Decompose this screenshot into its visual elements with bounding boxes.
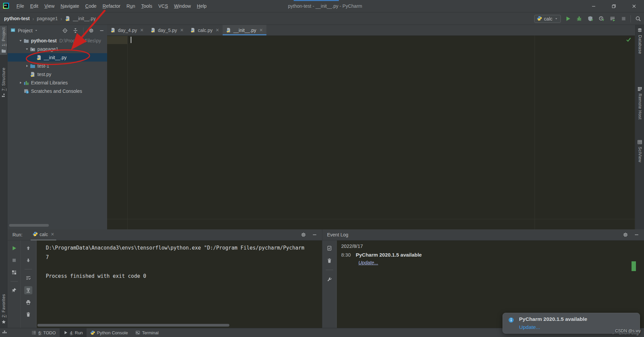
run-panel-label: Run: (12, 232, 23, 237)
collapse-all-button[interactable] (73, 28, 78, 33)
tab-close-icon[interactable]: ✕ (216, 28, 219, 33)
stripe-database[interactable]: Database (636, 26, 644, 56)
tab-close-icon[interactable]: ✕ (180, 28, 184, 33)
chevron-down-icon[interactable] (34, 28, 38, 33)
running-list-icon (610, 16, 615, 22)
pycharm-window: PC FileEditViewNavigateCodeRefactorRunTo… (0, 0, 644, 337)
tree-item-python-test[interactable]: python-testD:\Program Files\py (8, 36, 107, 45)
close-button[interactable] (624, 0, 644, 12)
console-horizontal-scrollbar[interactable] (37, 324, 229, 327)
settings-icon (89, 28, 94, 33)
notification-update-link[interactable]: Update... (519, 324, 540, 330)
settings-button[interactable] (301, 232, 306, 237)
chevron-collapsed-icon[interactable] (24, 64, 30, 68)
stop-icon (621, 16, 626, 22)
maximize-button[interactable] (604, 0, 624, 12)
event-log-scroll-marker (632, 261, 636, 271)
menu-refactor[interactable]: Refactor (100, 2, 124, 10)
print-button[interactable] (24, 298, 32, 306)
tree-item-External-Libraries[interactable]: External Libraries (8, 78, 107, 87)
stripe-7-structure[interactable]: 7: Structure (0, 66, 7, 99)
project-horizontal-scrollbar[interactable] (9, 224, 49, 227)
clear-log-button[interactable] (325, 257, 333, 265)
menu-run[interactable]: Run (124, 2, 138, 10)
editor-content[interactable] (107, 36, 635, 229)
menu-edit[interactable]: Edit (27, 2, 41, 10)
soft-wrap-button[interactable] (24, 274, 32, 282)
run-with-coverage-button[interactable] (586, 14, 594, 23)
toolbar-separator (25, 269, 32, 269)
event-log-time: 8:30 (341, 252, 351, 258)
close-icon[interactable]: ✕ (51, 232, 54, 237)
hide-panel-button[interactable] (312, 232, 317, 237)
statusbar-6-todo[interactable]: 6: TODO (28, 328, 60, 337)
editor-tab-day_5.py[interactable]: day_5.py✕ (147, 25, 187, 35)
hide-panel-button[interactable] (99, 28, 104, 33)
profiler-button[interactable] (597, 14, 605, 23)
mark-all-read-button[interactable] (325, 244, 333, 252)
run-config-select[interactable]: calc (534, 15, 561, 23)
locate-button[interactable] (62, 28, 68, 33)
tree-item-pageage1[interactable]: pageage1 (8, 45, 107, 53)
menu-tools[interactable]: Tools (138, 2, 155, 10)
tab-close-icon[interactable]: ✕ (140, 28, 144, 33)
toolbar-separator (326, 270, 333, 270)
project-panel-title[interactable]: Project (18, 28, 33, 33)
breadcrumb-pageage1[interactable]: pageage1 (37, 16, 58, 21)
stripe-remote-host[interactable]: Remote Host (636, 85, 644, 121)
tree-item-__init__.py[interactable]: __init__.py (8, 53, 107, 62)
tab-close-icon[interactable]: ✕ (259, 28, 263, 33)
menu-code[interactable]: Code (82, 2, 99, 10)
breadcrumb-python-test[interactable]: python-test (4, 16, 30, 21)
arrow-up-icon (26, 246, 31, 251)
scroll-to-end-button[interactable] (24, 286, 32, 294)
stripe-2-favorites[interactable]: 2: Favorites (0, 292, 7, 326)
menu-window[interactable]: Window (171, 2, 194, 10)
chevron-expanded-icon[interactable] (24, 47, 30, 51)
menu-vcs[interactable]: VCS (155, 2, 171, 10)
run-small-icon (63, 330, 68, 335)
update-link[interactable]: Update... (358, 260, 378, 265)
tree-item-Scratches-and-Consoles[interactable]: Scratches and Consoles (8, 87, 107, 95)
tool-window-switcher-icon (2, 330, 7, 335)
inspection-ok-icon[interactable] (626, 37, 631, 43)
statusbar-terminal[interactable]: Terminal (132, 328, 162, 337)
tool-window-switcher-icon[interactable] (2, 330, 7, 336)
running-processes-button[interactable] (608, 14, 616, 23)
editor-tab-__init__.py[interactable]: __init__.py✕ (223, 25, 266, 35)
breadcrumb--init-py[interactable]: __init__.py (73, 16, 96, 21)
rerun-button[interactable] (10, 244, 18, 252)
settings-button[interactable] (623, 232, 628, 237)
debug-button[interactable] (575, 14, 583, 23)
clear-all-button[interactable] (24, 310, 32, 319)
log-settings-button[interactable] (325, 275, 333, 283)
stripe-sciview[interactable]: SciView (636, 138, 644, 164)
console-output[interactable]: D:\ProgramData\Anaconda3\envs\tensorflow… (37, 240, 322, 328)
tree-item-test-1[interactable]: test-1 (8, 62, 107, 70)
stripe-1-project[interactable]: 1: Project (0, 26, 7, 55)
menu-navigate[interactable]: Navigate (58, 2, 82, 10)
chevron-collapsed-icon[interactable] (17, 81, 24, 85)
settings-button[interactable] (89, 28, 94, 33)
pycharm-logo-icon[interactable]: PC (3, 3, 9, 9)
tree-item-test.py[interactable]: test.py (8, 70, 107, 78)
chevron-expanded-icon[interactable] (17, 39, 24, 43)
restore-layout-button[interactable] (10, 268, 18, 276)
menu-file[interactable]: File (13, 2, 27, 10)
expanded-icon (19, 39, 23, 43)
editor-tab-day_4.py[interactable]: day_4.py✕ (107, 25, 147, 35)
menu-help[interactable]: Help (194, 2, 210, 10)
search-everywhere-button[interactable] (634, 14, 642, 23)
editor-tab-calc.py[interactable]: calc.py✕ (187, 25, 222, 35)
prev-occurrence-button[interactable] (24, 244, 32, 252)
run-tab-calc[interactable]: calc ✕ (31, 229, 57, 240)
hide-panel-button[interactable] (634, 232, 639, 237)
pin-tab-button[interactable] (10, 286, 18, 294)
run-button[interactable] (564, 14, 572, 23)
menu-view[interactable]: View (41, 2, 58, 10)
statusbar-python-console[interactable]: Python Console (87, 328, 132, 337)
statusbar-4-run[interactable]: 4: Run (60, 328, 87, 337)
next-occurrence-button[interactable] (24, 256, 32, 264)
run-config-label: calc (544, 16, 552, 22)
minimize-button[interactable] (583, 0, 604, 12)
